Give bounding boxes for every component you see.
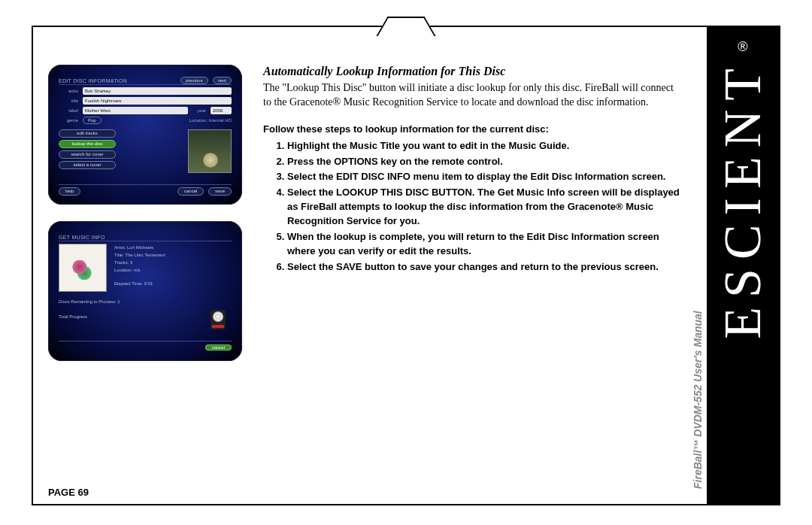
step-3: Select the EDIT DISC INFO menu item to d… [287, 170, 683, 184]
section-title: Automatically Lookup Information for Thi… [263, 65, 683, 78]
scr1-mid: edit tracks lookup this disc search for … [59, 129, 232, 173]
divider [59, 84, 232, 85]
previous-button[interactable]: previous [180, 77, 208, 84]
manual-title-vertical: FireBall™ DVDM-552 User's Manual [692, 311, 704, 489]
edit-disc-screenshot: EDIT DISC INFORMATION previous next arti… [48, 65, 242, 205]
next-button[interactable]: next [213, 77, 232, 84]
scr1-body: artist Bob Sharkey title Foolish Nightma… [59, 87, 232, 126]
registered-mark: ® [738, 39, 747, 55]
select-a-cover-button[interactable]: select a cover [59, 161, 116, 169]
screenshot-column: EDIT DISC INFORMATION previous next arti… [48, 65, 251, 378]
artist-field[interactable]: Bob Sharkey [83, 87, 232, 95]
brand-logo-text: ESCIENT [717, 59, 769, 339]
title-field[interactable]: Foolish Nightmare [83, 97, 232, 105]
info-elapsed: Elapsed Time: 0:01 [114, 280, 232, 287]
divider [59, 184, 232, 185]
intro-paragraph: The "Lookup This Disc" button will initi… [263, 81, 683, 110]
disc-drive-icon [211, 310, 226, 329]
action-button-stack: edit tracks lookup this disc search for … [59, 129, 116, 173]
edit-tracks-button[interactable]: edit tracks [59, 129, 116, 138]
label-label: label [59, 108, 78, 113]
page-number: PAGE 69 [48, 487, 89, 498]
genre-selector[interactable]: Pop [83, 117, 102, 124]
scr2-title: GET MUSIC INFO [59, 235, 105, 240]
lookup-info-lines: Artist: Lori Michaels Title: The Lilac T… [114, 244, 232, 292]
frame-notch [389, 17, 423, 36]
brand-sidebar: ® ESCIENT [707, 27, 779, 504]
info-artist: Artist: Lori Michaels [114, 244, 232, 251]
scr2-body: Artist: Lori Michaels Title: The Lilac T… [59, 244, 232, 292]
page-frame: EDIT DISC INFORMATION previous next arti… [32, 26, 780, 505]
save-button[interactable]: save [208, 187, 232, 196]
cancel-button[interactable]: cancel [177, 187, 204, 196]
scr1-title: EDIT DISC INFORMATION [59, 78, 127, 83]
year-field[interactable]: 2006 [211, 107, 232, 114]
manual-suffix: User's Manual [692, 311, 704, 381]
step-4: Select the LOOKUP THIS DISC BUTTON. The … [287, 186, 683, 229]
lookup-cover-thumb [59, 244, 107, 292]
step-1: Highlight the Music Title you want to ed… [287, 139, 683, 153]
steps-list: Highlight the Music Title you want to ed… [263, 139, 683, 275]
manual-prefix: FireBall™ DVDM-552 [692, 382, 704, 489]
total-progress: Total Progress [59, 314, 232, 319]
genre-label: genre [59, 118, 78, 123]
scr2-lower: Discs Remaining to Process: 1 Total Prog… [59, 299, 232, 319]
get-music-info-screenshot: GET MUSIC INFO Artist: Lori Michaels Tit… [48, 221, 242, 361]
steps-intro: Follow these steps to lookup information… [263, 123, 683, 135]
location-text: Location: Internal HD [189, 118, 232, 123]
help-button[interactable]: help [59, 187, 80, 196]
step-6: Select the SAVE button to save your chan… [287, 260, 683, 275]
content-area: EDIT DISC INFORMATION previous next arti… [48, 65, 689, 474]
info-tracks: Tracks: 3 [114, 259, 232, 266]
divider [59, 241, 232, 241]
cancel-lookup-button[interactable]: cancel [205, 344, 232, 351]
text-column: Automatically Lookup Information for Thi… [263, 65, 689, 274]
label-field[interactable]: Mother West [83, 107, 188, 114]
search-for-cover-button[interactable]: search for cover [59, 150, 116, 159]
info-location: Location: n/a [114, 266, 232, 274]
lookup-this-disc-button[interactable]: lookup this disc [59, 140, 116, 148]
scr2-footer: cancel [205, 338, 232, 352]
artist-label: artist [59, 89, 78, 93]
year-label: year [197, 108, 206, 113]
album-cover-thumb [188, 129, 232, 173]
step-2: Press the OPTIONS key on the remote cont… [287, 155, 683, 169]
step-5: When the lookup is complete, you will re… [287, 230, 683, 259]
info-title: Title: The Lilac Testament [114, 251, 232, 259]
title-label: title [59, 99, 78, 103]
scr1-footer: help cancel save [59, 187, 232, 196]
